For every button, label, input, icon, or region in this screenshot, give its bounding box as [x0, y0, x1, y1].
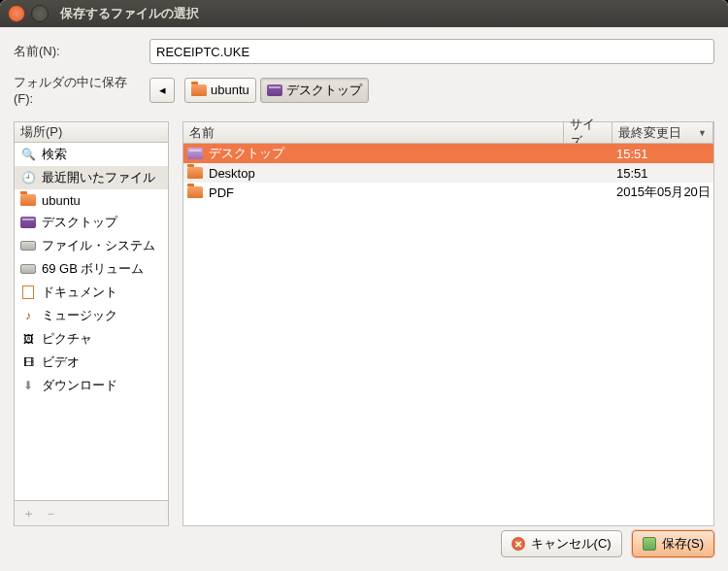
places-item[interactable]: ピクチャ	[15, 327, 168, 351]
breadcrumb: ubuntuデスクトップ	[184, 78, 369, 103]
places-item[interactable]: ubuntu	[15, 189, 168, 211]
places-item[interactable]: 最近開いたファイル	[15, 166, 168, 189]
remove-place-button[interactable]: －	[45, 505, 57, 522]
minimize-icon[interactable]	[31, 5, 49, 22]
main-area: 場所(P) 検索最近開いたファイルubuntuデスクトップファイル・システム69…	[14, 121, 714, 526]
places-item[interactable]: デスクトップ	[15, 211, 168, 234]
filename-label: 名前(N):	[14, 43, 140, 60]
folder-orange-icon	[191, 84, 207, 96]
search-icon	[20, 147, 36, 162]
places-item[interactable]: ドキュメント	[15, 281, 168, 304]
save-button[interactable]: 保存(S)	[632, 530, 714, 557]
places-item[interactable]: ビデオ	[15, 351, 168, 374]
file-row[interactable]: Desktop15:51	[183, 163, 713, 183]
titlebar: 保存するファイルの選択	[0, 0, 728, 27]
files-header: 名前 サイズ 最終変更日 ▼	[182, 121, 714, 143]
cancel-button[interactable]: キャンセル(C)	[501, 530, 622, 557]
places-item[interactable]: ミュージック	[15, 304, 168, 327]
drive-icon	[20, 238, 36, 253]
drive-icon	[20, 261, 36, 277]
add-place-button[interactable]: ＋	[22, 505, 35, 522]
folder-purple-icon	[187, 148, 203, 159]
breadcrumb-item[interactable]: ubuntu	[184, 78, 256, 103]
folder-purple-icon	[20, 215, 36, 230]
places-item[interactable]: ファイル・システム	[15, 234, 168, 257]
folder-orange-icon	[20, 192, 36, 208]
places-footer: ＋ －	[14, 501, 169, 526]
files-list: デスクトップ15:51Desktop15:51PDF2015年05月20日	[182, 143, 714, 526]
places-item[interactable]: 検索	[15, 143, 168, 166]
chevron-left-icon: ◂	[159, 83, 166, 97]
file-row[interactable]: PDF2015年05月20日	[183, 183, 713, 202]
filename-row: 名前(N):	[14, 39, 714, 64]
folder-row: フォルダの中に保存(F): ◂ ubuntuデスクトップ	[14, 74, 714, 106]
video-icon	[20, 354, 36, 370]
img-icon	[20, 331, 36, 347]
files-panel: 名前 サイズ 最終変更日 ▼ デスクトップ15:51Desktop15:51PD…	[182, 121, 714, 526]
folder-orange-icon	[187, 167, 203, 179]
music-icon	[20, 308, 36, 323]
folder-purple-icon	[267, 84, 282, 96]
filename-input[interactable]	[149, 39, 714, 64]
dl-icon	[20, 378, 36, 393]
clock-icon	[20, 170, 36, 185]
save-icon	[643, 537, 656, 551]
column-header-size[interactable]: サイズ	[564, 122, 612, 143]
places-panel: 場所(P) 検索最近開いたファイルubuntuデスクトップファイル・システム69…	[14, 121, 169, 526]
folder-orange-icon	[187, 186, 203, 198]
file-row[interactable]: デスクトップ15:51	[183, 144, 713, 163]
cancel-icon	[512, 537, 525, 551]
places-header[interactable]: 場所(P)	[14, 121, 169, 143]
column-header-name[interactable]: 名前	[183, 122, 564, 143]
places-item[interactable]: 69 GB ボリューム	[15, 257, 168, 281]
window-title: 保存するファイルの選択	[60, 5, 199, 22]
sort-descending-icon: ▼	[698, 128, 707, 138]
dialog-content: 名前(N): フォルダの中に保存(F): ◂ ubuntuデスクトップ 場所(P…	[0, 27, 728, 526]
folder-label: フォルダの中に保存(F):	[14, 74, 140, 106]
path-back-button[interactable]: ◂	[149, 78, 175, 103]
places-item[interactable]: ダウンロード	[15, 374, 168, 397]
save-dialog-window: 保存するファイルの選択 名前(N): フォルダの中に保存(F): ◂ ubunt…	[0, 0, 728, 571]
places-list: 検索最近開いたファイルubuntuデスクトップファイル・システム69 GB ボリ…	[14, 143, 169, 501]
column-header-date[interactable]: 最終変更日 ▼	[612, 122, 713, 143]
breadcrumb-item[interactable]: デスクトップ	[260, 78, 369, 103]
close-icon[interactable]	[8, 5, 25, 22]
button-bar: キャンセル(C) 保存(S)	[0, 526, 728, 571]
doc-icon	[20, 285, 36, 300]
